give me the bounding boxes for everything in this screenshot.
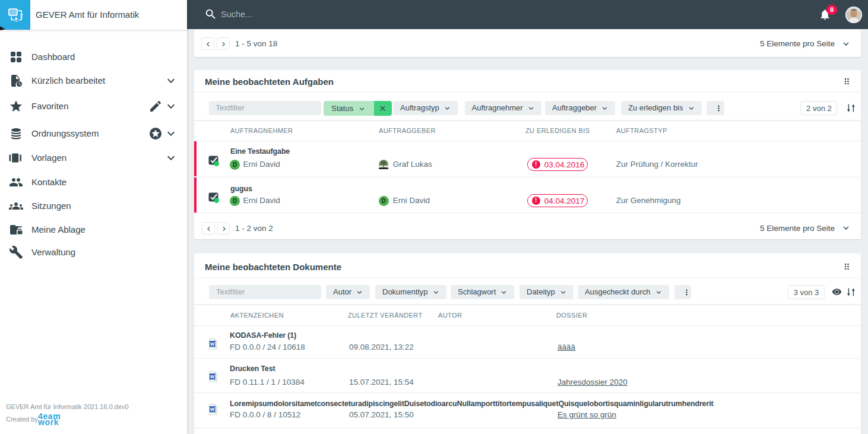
- svg-text:W: W: [210, 341, 215, 347]
- svg-text:W: W: [210, 374, 215, 379]
- svg-text:W: W: [210, 407, 215, 412]
